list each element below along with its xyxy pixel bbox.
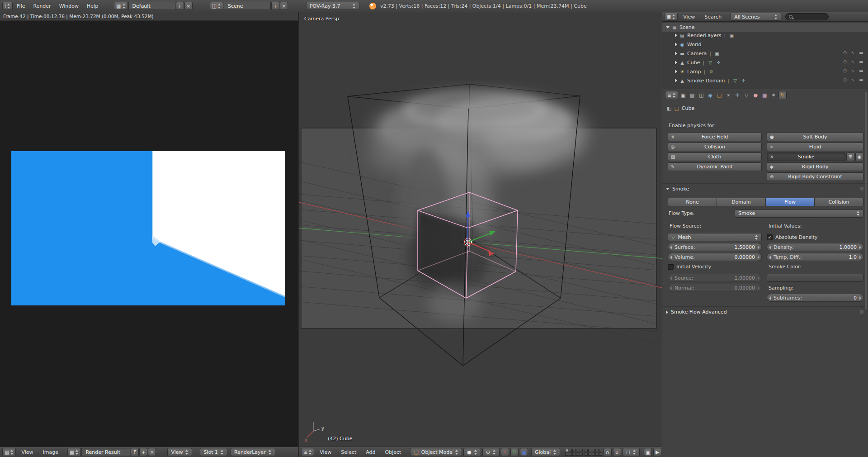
tab-physics[interactable]: ↻	[778, 91, 787, 99]
expander-icon[interactable]	[675, 33, 677, 37]
hide-toggle-icon[interactable]: ⊙	[842, 77, 848, 82]
manipulator-rotate-button[interactable]: ↻	[510, 448, 519, 456]
layer-cell[interactable]	[588, 452, 591, 456]
tab-constraints[interactable]: ∞	[724, 91, 732, 99]
rigid-body-toggle[interactable]: ◆ Rigid Body	[767, 162, 863, 171]
layer-cell[interactable]	[565, 449, 568, 452]
tab-render[interactable]: ▣	[679, 91, 687, 99]
outliner-item-world[interactable]: ◉ World	[662, 40, 868, 49]
layer-cell[interactable]	[588, 449, 591, 452]
smoke-type-collision[interactable]: Collision	[815, 198, 863, 206]
scene-name-field[interactable]: Scene	[224, 2, 271, 10]
tab-object[interactable]: □	[715, 91, 723, 99]
cloth-toggle[interactable]: ▨ Cloth	[668, 152, 762, 161]
layer-cell[interactable]	[576, 449, 579, 452]
add-scene-button[interactable]: +	[271, 2, 279, 10]
render-toggle-icon[interactable]: ▬	[858, 77, 864, 82]
soft-body-toggle[interactable]: ● Soft Body	[767, 133, 863, 141]
layer-cell[interactable]	[599, 452, 602, 456]
tab-render-layers[interactable]: ▤	[688, 91, 696, 99]
unlink-image-button[interactable]: ×	[148, 448, 156, 456]
render-result-image[interactable]	[11, 151, 285, 305]
layer-cell[interactable]	[572, 452, 576, 456]
orientation-dropdown[interactable]: Global	[531, 448, 560, 456]
expander-icon[interactable]	[675, 70, 677, 73]
density-field[interactable]: Density: 1.0000	[767, 243, 863, 251]
smoke-panel-header[interactable]: Smoke ≣	[666, 186, 864, 192]
smoke-type-flow[interactable]: Flow	[766, 198, 815, 206]
collision-toggle[interactable]: ◎ Collision	[668, 143, 762, 151]
expander-icon[interactable]	[675, 79, 677, 82]
smoke-toggle[interactable]: ✕ Smoke	[767, 152, 845, 161]
subframes-field[interactable]: Subframes: 0	[767, 294, 863, 302]
menu-search[interactable]: Search	[700, 12, 726, 21]
outliner-item-smoke-domain[interactable]: ▲ Smoke Domain | ▽ ✛ ⊙ ↖ ▬	[662, 76, 868, 85]
fake-user-button[interactable]: F	[131, 448, 139, 456]
slot-dropdown[interactable]: Slot 1	[200, 448, 227, 456]
menu-object[interactable]: Object	[381, 447, 406, 457]
panel-drag-dots[interactable]: ≣	[860, 186, 864, 192]
tab-modifiers[interactable]: ✛	[733, 91, 741, 99]
hide-toggle-icon[interactable]: ⊙	[842, 59, 848, 64]
outliner-item-camera[interactable]: ▬ Camera | ▣ ⊙ ↖ ▬	[662, 49, 868, 58]
menu-window[interactable]: Window	[55, 0, 83, 12]
screen-name-field[interactable]: Default	[128, 2, 175, 10]
tab-object-data[interactable]: ▽	[742, 91, 750, 99]
delete-scene-button[interactable]: ×	[280, 2, 288, 10]
flow-type-dropdown[interactable]: Smoke	[735, 209, 863, 218]
layer-cell[interactable]	[595, 449, 599, 452]
manipulator-scale-button[interactable]: ▣	[520, 448, 528, 456]
force-field-toggle[interactable]: ↯ Force Field	[668, 133, 762, 141]
image-name-field[interactable]: Render Result	[81, 448, 130, 456]
outliner-scope-dropdown[interactable]: All Scenes	[731, 13, 781, 21]
render-layer-dropdown[interactable]: RenderLayer	[231, 448, 275, 456]
delete-screen-button[interactable]: ×	[184, 2, 193, 10]
hide-toggle-icon[interactable]: ⊙	[842, 50, 848, 55]
layer-cell[interactable]	[572, 449, 576, 452]
menu-add[interactable]: Add	[362, 447, 379, 457]
layer-cell[interactable]	[569, 452, 572, 456]
manipulator-translate-button[interactable]: ↖	[501, 448, 509, 456]
expander-icon[interactable]	[666, 26, 670, 29]
flow-source-dropdown[interactable]: ▽ Mesh	[668, 233, 762, 241]
3d-viewport[interactable]: Camera Persp (42) Cube x y ⊞ View Select…	[299, 12, 662, 457]
outliner-item-lamp[interactable]: ☀ Lamp | ☼ ⊙ ↖ ▬	[662, 67, 868, 76]
panel-drag-dots[interactable]: ≣	[860, 309, 864, 315]
normal-field[interactable]: Normal: 0.00000	[668, 284, 762, 292]
outliner-item-renderlayers[interactable]: ▤ RenderLayers | ▣	[662, 31, 868, 40]
mode-dropdown[interactable]: □ Object Mode	[410, 448, 462, 456]
expander-icon[interactable]	[675, 43, 677, 46]
outliner-item-scene[interactable]: ▦ Scene	[662, 23, 868, 32]
layer-cell[interactable]	[580, 449, 583, 452]
render-engine-dropdown[interactable]: POV-Ray 3.7	[306, 2, 359, 10]
viewport-scene[interactable]	[299, 12, 662, 457]
layer-cell[interactable]	[585, 449, 588, 452]
editor-type-button[interactable]: ≣	[665, 13, 678, 21]
selectable-toggle-icon[interactable]: ↖	[850, 77, 856, 82]
expander-icon[interactable]	[675, 52, 677, 55]
pivot-dropdown[interactable]: ⊙	[482, 448, 500, 456]
smoke-color-swatch[interactable]	[767, 274, 863, 282]
layer-cell[interactable]	[592, 449, 595, 452]
smoke-flow-advanced-header[interactable]: Smoke Flow Advanced ≣	[666, 309, 864, 315]
scrollbar-thumb[interactable]	[865, 92, 867, 309]
smoke-type-domain[interactable]: Domain	[717, 198, 766, 206]
layer-cell[interactable]	[576, 452, 579, 456]
smoke-preset-button[interactable]: ◉	[855, 152, 863, 161]
volume-field[interactable]: Volume: 0.00000	[668, 253, 762, 261]
editor-type-button[interactable]: ▤	[2, 448, 16, 456]
opengl-render-button[interactable]: ▣	[644, 448, 652, 456]
image-browse-button[interactable]: ▦	[67, 448, 81, 456]
render-toggle-icon[interactable]: ▬	[858, 68, 864, 73]
menu-file[interactable]: File	[13, 0, 29, 12]
layer-cell[interactable]	[599, 449, 602, 452]
add-screen-button[interactable]: +	[176, 2, 184, 10]
scene-browse-button[interactable]: ◫	[210, 2, 223, 10]
shading-dropdown[interactable]: ●	[463, 448, 481, 456]
selectable-toggle-icon[interactable]: ↖	[850, 59, 856, 64]
layers-widget[interactable]	[565, 449, 602, 456]
snap-toggle-button[interactable]: ∪	[613, 448, 621, 456]
layer-cell[interactable]	[565, 452, 568, 456]
layer-cell[interactable]	[595, 452, 599, 456]
selectable-toggle-icon[interactable]: ↖	[850, 68, 856, 73]
